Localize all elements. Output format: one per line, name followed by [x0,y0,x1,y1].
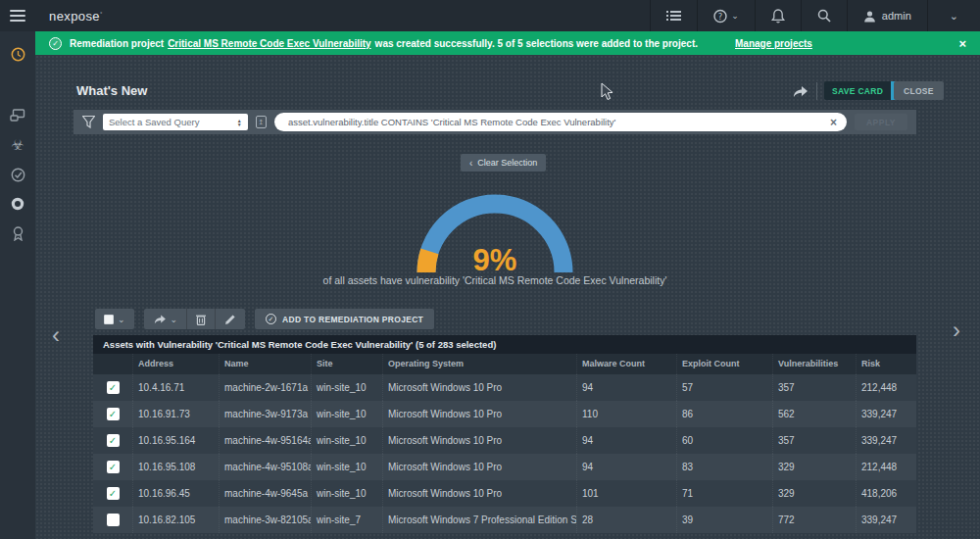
mouse-cursor [601,82,614,105]
trash-icon [196,314,206,325]
select-all-dropdown[interactable]: ⌄ [95,309,134,329]
cell-operating-system: Microsoft Windows 7 Professional Edition… [382,507,576,533]
gauge-chart: 9% [387,186,603,284]
table-row[interactable]: ✓ 10.16.91.73 machine-3w-9173a win-site_… [93,401,916,427]
check-circle-icon[interactable] [0,163,35,186]
add-to-remediation-project-button[interactable]: ✓ ADD TO REMEDIATION PROJECT [255,309,434,329]
clear-selection-button[interactable]: ‹ Clear Selection [461,154,546,172]
cell-name: machine-2w-1671a [219,374,311,401]
cell-address: 10.16.95.164 [132,427,219,454]
cell-site: win-site_10 [311,454,382,480]
header-risk[interactable]: Risk [856,354,916,374]
table-row[interactable]: ✓ 10.4.16.71 machine-2w-1671a win-site_1… [93,374,916,401]
select-spinner-icon: ▲▼ [237,119,242,126]
bell-icon[interactable] [755,0,801,31]
table-row[interactable]: ✓ 10.16.95.164 machine-4w-95164a win-sit… [93,427,916,454]
query-builder-icon[interactable]: ↥ [256,116,267,128]
header-checkbox-col [93,354,132,374]
left-sidebar: ☣ [0,31,35,539]
cell-vulnerabilities: 772 [772,507,856,533]
cell-vulnerabilities: 562 [772,401,856,427]
cell-name: machine-3w-9173a [219,401,311,427]
header-operating-system[interactable]: Operating System [382,354,576,374]
row-checkbox[interactable]: ✓ [107,487,120,500]
cell-risk: 212,448 [856,374,916,401]
cell-risk: 339,247 [856,401,916,427]
banner-text-suffix: was created successfully. 5 of 5 selecti… [375,38,698,49]
search-icon[interactable] [801,0,847,31]
menu-list-icon[interactable] [650,0,697,31]
manage-projects-link[interactable]: Manage projects [735,38,812,49]
previous-card-arrow[interactable]: ‹ [52,323,60,347]
svg-text:?: ? [718,11,723,21]
header-address[interactable]: Address [132,354,219,374]
cell-operating-system: Microsoft Windows 10 Pro [382,454,576,480]
chevron-down-icon[interactable]: ⌄ [927,0,980,31]
table-row[interactable]: ✓ 10.16.96.45 machine-4w-9645a win-site_… [93,480,916,507]
header-malware-count[interactable]: Malware Count [576,354,676,374]
gauge-segment [426,251,429,272]
row-checkbox[interactable]: ✓ [107,408,120,420]
assets-table: Assets with Vulnerability 'Critical MS R… [93,335,916,533]
pencil-icon [224,314,236,325]
row-checkbox[interactable]: ✓ [107,434,120,447]
biohazard-icon[interactable]: ☣ [0,133,35,157]
cell-site: win-site_7 [311,507,382,533]
header-name[interactable]: Name [219,354,311,374]
share-icon[interactable] [792,84,808,102]
header-site[interactable]: Site [311,354,382,374]
cell-malware-count: 110 [576,401,676,427]
chevron-down-icon: ⌄ [118,315,125,324]
saved-query-select[interactable]: Select a Saved Query ▲▼ [103,114,248,130]
cell-malware-count: 94 [576,427,676,454]
chevron-down-icon: ⌄ [731,11,739,21]
cell-malware-count: 94 [576,374,676,401]
clear-query-icon[interactable]: × [830,116,837,129]
delete-button[interactable] [186,309,215,329]
user-menu[interactable]: admin [847,0,927,31]
top-bar: nexpose° ? ⌄ admin ⌄ [0,0,980,31]
row-checkbox[interactable]: ✓ [107,381,120,394]
query-input-pill: × [274,113,847,131]
hamburger-menu-icon[interactable] [0,0,35,31]
row-checkbox[interactable]: ✓ [107,461,120,473]
cell-malware-count: 28 [576,507,676,533]
cell-site: win-site_10 [311,427,382,454]
cell-site: win-site_10 [311,480,382,507]
apply-button[interactable]: APPLY [855,114,907,130]
table-row[interactable]: ✓ 10.16.95.108 machine-4w-95108a win-sit… [93,454,916,480]
table-header-row: Address Name Site Operating System Malwa… [93,354,916,374]
table-row[interactable]: 10.16.82.105 machine-3w-82105a win-site_… [93,507,916,533]
cell-name: machine-4w-9645a [219,480,311,507]
banner-close-icon[interactable]: × [958,36,966,51]
cell-name: machine-3w-82105a [219,507,311,533]
row-actions-group: ⌄ [144,309,246,329]
banner-project-link[interactable]: Critical MS Remote Code Exec Vulnerabili… [168,38,370,49]
username: admin [882,10,911,22]
close-card-button[interactable]: CLOSE [894,81,944,100]
header-vulnerabilities[interactable]: Vulnerabilities [772,354,856,374]
select-all-checkbox-icon [104,315,114,324]
cell-vulnerabilities: 329 [772,454,856,480]
cell-risk: 339,247 [856,507,916,533]
chevron-left-icon: ‹ [469,158,472,169]
query-bar: Select a Saved Query ▲▼ ↥ × APPLY [74,110,916,134]
share-dropdown-button[interactable]: ⌄ [144,309,187,329]
cell-operating-system: Microsoft Windows 10 Pro [382,401,576,427]
cell-vulnerabilities: 357 [772,374,856,401]
screens-icon[interactable] [0,103,35,126]
row-checkbox[interactable] [107,514,120,526]
clock-icon[interactable] [0,42,35,66]
banner-text-prefix: Remediation project [70,38,164,49]
award-icon[interactable] [0,221,35,245]
chevron-down-icon: ⌄ [171,315,178,324]
next-card-arrow[interactable]: › [953,318,960,342]
notification-banner: ✓ Remediation project Critical MS Remote… [35,31,980,55]
query-input[interactable] [288,117,830,127]
cell-address: 10.16.96.45 [132,480,219,507]
help-icon[interactable]: ? ⌄ [697,0,755,31]
header-exploit-count[interactable]: Exploit Count [676,354,772,374]
success-check-icon: ✓ [49,37,62,50]
ring-icon[interactable] [0,192,35,216]
edit-button[interactable] [215,309,245,329]
